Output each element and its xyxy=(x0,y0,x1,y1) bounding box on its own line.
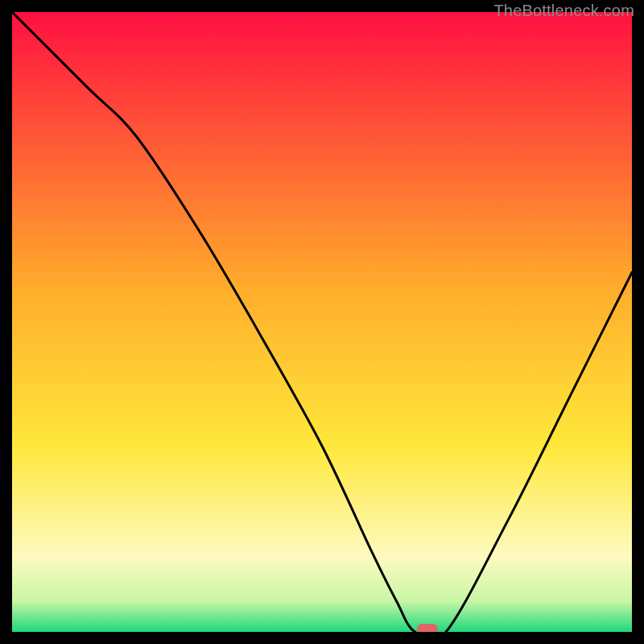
optimal-point-marker xyxy=(417,624,438,632)
bottleneck-curve xyxy=(12,12,632,632)
plot-area xyxy=(12,12,632,632)
watermark-text: TheBottleneck.com xyxy=(493,2,634,20)
chart-frame: TheBottleneck.com xyxy=(0,0,644,644)
